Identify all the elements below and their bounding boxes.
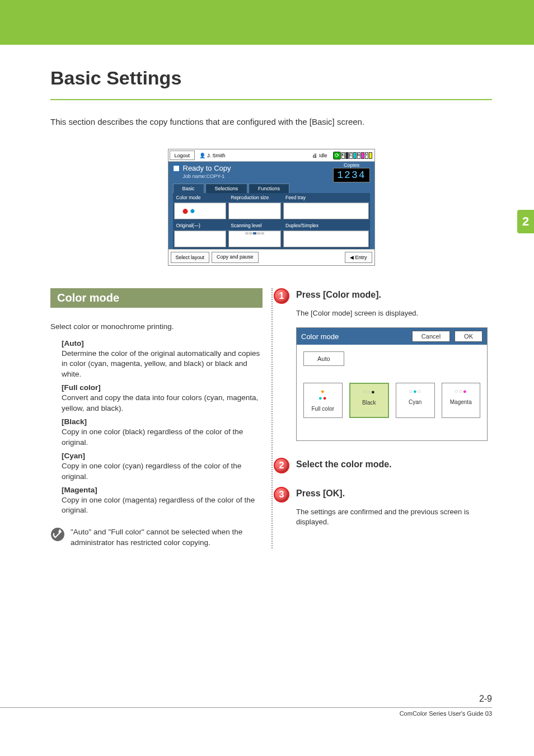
step-3: 3 Press [OK]. bbox=[274, 487, 492, 503]
step-1: 1 Press [Color mode]. bbox=[274, 288, 492, 304]
page-number: 2-9 bbox=[0, 694, 492, 704]
select-layout-button[interactable]: Select layout bbox=[171, 252, 210, 263]
option-full-color: [Full color] Convert and copy the data i… bbox=[62, 383, 263, 414]
step-1-sub: The [Color mode] screen is displayed. bbox=[296, 308, 492, 318]
auto-option-button[interactable]: Auto bbox=[303, 351, 344, 366]
top-banner bbox=[0, 0, 534, 45]
printer-status: 🖨Idle bbox=[309, 149, 331, 161]
column-divider bbox=[271, 288, 273, 548]
title-rule bbox=[50, 99, 492, 100]
footer-rule bbox=[0, 707, 492, 708]
step-3-badge: 3 bbox=[274, 487, 289, 503]
logout-button[interactable]: Logout bbox=[170, 151, 195, 160]
step-2-title: Select the color mode. bbox=[296, 459, 392, 469]
option-black: [Black] Copy in one color (black) regard… bbox=[62, 417, 263, 448]
footer-text: ComColor Series User's Guide 03 bbox=[0, 710, 492, 717]
option-magenta: [Magenta] Copy in one color (magenta) re… bbox=[62, 486, 263, 516]
step-2-badge: 2 bbox=[274, 458, 289, 473]
basic-screen-screenshot: Logout 👤J. Smith 🖨Idle ⟳ K C M Y Ready t… bbox=[168, 149, 375, 266]
color-mode-screenshot: Color mode Cancel OK Auto ●●● Full color bbox=[296, 327, 492, 441]
header-color-mode: Color mode bbox=[173, 193, 228, 203]
copies-label: Copies bbox=[333, 162, 369, 168]
step-1-badge: 1 bbox=[274, 288, 289, 304]
option-auto: [Auto] Determine the color of the origin… bbox=[62, 339, 263, 381]
intro-text: This section describes the copy function… bbox=[50, 117, 492, 126]
tab-basic[interactable]: Basic bbox=[173, 184, 204, 193]
option-cyan: [Cyan] Copy in one color (cyan) regardle… bbox=[62, 452, 263, 482]
header-feed-tray: Feed tray bbox=[282, 193, 369, 203]
cell-original[interactable]: ▦ Line/Photo bbox=[174, 231, 227, 247]
ok-button[interactable]: OK bbox=[455, 331, 483, 342]
chapter-tab: 2 bbox=[517, 210, 534, 233]
black-option[interactable]: ○○● Black bbox=[349, 383, 390, 418]
cell-repro-size[interactable]: 100% (1:1) bbox=[228, 203, 281, 219]
section-heading-color-mode: Color mode bbox=[50, 288, 263, 308]
cyan-option[interactable]: ○●○ Cyan bbox=[396, 383, 435, 418]
header-repro-size: Reproduction size bbox=[227, 193, 282, 203]
copy-pause-button[interactable]: Copy and pause bbox=[212, 252, 259, 263]
tab-selections[interactable]: Selections bbox=[205, 184, 248, 193]
user-label: 👤J. Smith bbox=[199, 149, 226, 161]
step-3-title: Press [OK]. bbox=[296, 489, 345, 499]
header-scanning-level: Scanning level bbox=[227, 221, 282, 231]
refresh-icon: ⟳ bbox=[333, 152, 341, 159]
ink-levels: ⟳ K C M Y bbox=[331, 149, 374, 161]
cm-title: Color mode bbox=[301, 332, 339, 341]
cell-color-mode[interactable]: ⬤⬤ Full color bbox=[174, 203, 227, 219]
cell-duplex[interactable]: ▯ Duplex → Duplex bbox=[283, 231, 368, 247]
magenta-option[interactable]: ○○● Magenta bbox=[442, 383, 481, 418]
cell-scanning-level[interactable]: ▲ 3 bbox=[228, 231, 281, 247]
entry-button[interactable]: ◀ Entry bbox=[345, 252, 372, 263]
step-2: 2 Select the color mode. bbox=[274, 458, 492, 473]
step-3-sub: The settings are confirmed and the previ… bbox=[296, 507, 492, 527]
header-duplex: Duplex/Simplex bbox=[282, 221, 369, 231]
cell-feed-tray[interactable]: ▤ A4 Plain (Standard) bbox=[283, 203, 368, 219]
page-title: Basic Settings bbox=[50, 67, 492, 89]
copies-counter: 1234 bbox=[333, 168, 369, 182]
header-original: Original(—) bbox=[173, 221, 228, 231]
note: "Auto" and "Full color" cannot be select… bbox=[50, 527, 263, 548]
step-1-title: Press [Color mode]. bbox=[296, 290, 381, 300]
tab-functions[interactable]: Functions bbox=[249, 184, 289, 193]
full-color-option[interactable]: ●●● Full color bbox=[303, 383, 343, 418]
save-icon bbox=[173, 165, 180, 172]
color-mode-lead: Select color or monochrome printing. bbox=[50, 321, 263, 332]
cancel-button[interactable]: Cancel bbox=[412, 331, 450, 342]
info-icon bbox=[50, 527, 65, 542]
